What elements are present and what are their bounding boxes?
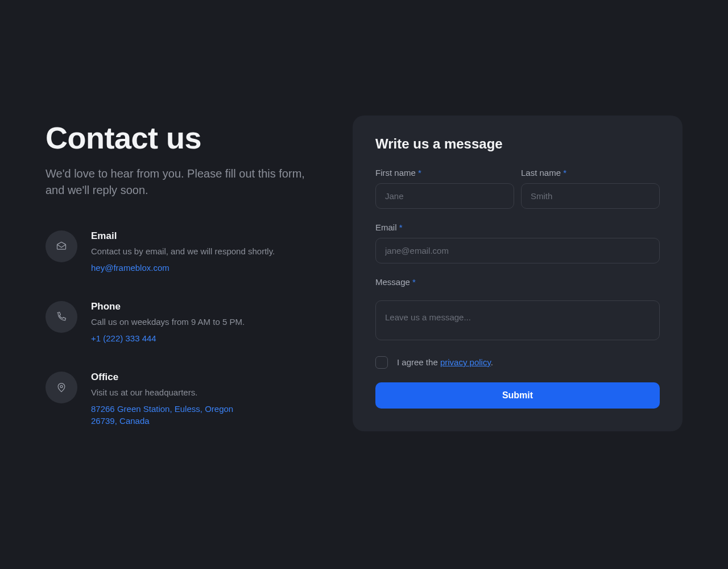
email-field: Email * bbox=[375, 222, 660, 263]
consent-prefix: I agree the bbox=[397, 357, 440, 367]
first-name-label: First name * bbox=[375, 168, 514, 178]
message-label-text: Message bbox=[375, 277, 412, 287]
info-desc-email: Contact us by email, and we will respond… bbox=[91, 246, 275, 256]
required-mark: * bbox=[399, 222, 403, 232]
info-heading-email: Email bbox=[91, 230, 275, 242]
info-desc-office: Visit us at our headquarters. bbox=[91, 387, 239, 397]
last-name-label-text: Last name bbox=[521, 168, 563, 178]
info-item-phone: Phone Call us on weekdays from 9 AM to 5… bbox=[46, 301, 325, 344]
privacy-checkbox[interactable] bbox=[375, 356, 388, 369]
last-name-field: Last name * bbox=[521, 168, 660, 209]
form-title: Write us a message bbox=[375, 136, 660, 152]
svg-point-0 bbox=[60, 385, 63, 387]
first-name-field: First name * bbox=[375, 168, 514, 209]
contact-info-column: Contact us We'd love to hear from you. P… bbox=[46, 116, 325, 454]
phone-link[interactable]: +1 (222) 333 444 bbox=[91, 332, 156, 344]
last-name-input[interactable] bbox=[521, 183, 660, 209]
message-label: Message * bbox=[375, 277, 660, 287]
map-pin-icon bbox=[46, 372, 77, 403]
envelope-icon bbox=[46, 230, 77, 262]
email-label: Email * bbox=[375, 222, 660, 232]
first-name-input[interactable] bbox=[375, 183, 514, 209]
page-subtitle: We'd love to hear from you. Please fill … bbox=[46, 166, 325, 199]
info-heading-phone: Phone bbox=[91, 301, 245, 312]
email-input[interactable] bbox=[375, 238, 660, 263]
consent-text: I agree the privacy policy. bbox=[397, 357, 493, 367]
info-desc-phone: Call us on weekdays from 9 AM to 5 PM. bbox=[91, 317, 245, 327]
consent-suffix: . bbox=[491, 357, 493, 367]
required-mark: * bbox=[563, 168, 566, 178]
privacy-policy-link[interactable]: privacy policy bbox=[440, 357, 491, 367]
submit-button[interactable]: Submit bbox=[375, 382, 660, 409]
email-label-text: Email bbox=[375, 222, 399, 232]
required-mark: * bbox=[412, 277, 416, 287]
last-name-label: Last name * bbox=[521, 168, 660, 178]
phone-icon bbox=[46, 301, 77, 333]
required-mark: * bbox=[418, 168, 421, 178]
info-heading-office: Office bbox=[91, 372, 239, 383]
contact-form-card: Write us a message First name * Last nam… bbox=[353, 116, 682, 431]
info-item-office: Office Visit us at our headquarters. 872… bbox=[46, 372, 325, 427]
address-link[interactable]: 87266 Green Station, Euless, Oregon 2673… bbox=[91, 403, 239, 427]
email-link[interactable]: hey@frameblox.com bbox=[91, 262, 169, 274]
page-title: Contact us bbox=[46, 120, 325, 155]
info-item-email: Email Contact us by email, and we will r… bbox=[46, 230, 325, 274]
consent-row: I agree the privacy policy. bbox=[375, 356, 660, 369]
message-textarea[interactable] bbox=[375, 300, 660, 340]
first-name-label-text: First name bbox=[375, 168, 418, 178]
message-field: Message * bbox=[375, 277, 660, 340]
